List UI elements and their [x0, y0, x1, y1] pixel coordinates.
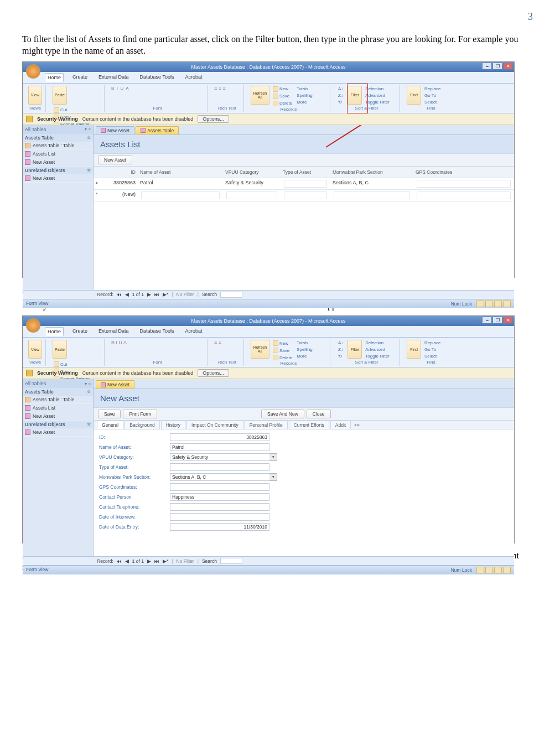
rec-next[interactable]: ▶ — [147, 292, 151, 297]
nav-item-new-asset[interactable]: New Asset — [23, 158, 93, 167]
view-icon-1[interactable] — [476, 301, 484, 307]
navgroup-unrelated[interactable]: Unrelated Objects☆ — [23, 421, 93, 428]
view-icon-1[interactable] — [476, 567, 484, 573]
list-row[interactable]: ▸ 38025863 Patrol Safety & Security Sect… — [94, 178, 514, 190]
date-entry-field[interactable]: 11/30/2010 — [170, 523, 269, 531]
gps-field[interactable] — [170, 483, 269, 491]
cell-name[interactable]: Patrol — [138, 179, 223, 188]
select-button[interactable]: Select — [423, 353, 442, 359]
cat-field[interactable]: Safety & Security — [170, 453, 269, 461]
cell-id[interactable]: 38025863 — [107, 179, 138, 188]
cell-gps[interactable] — [413, 179, 514, 188]
more-button[interactable]: More — [295, 353, 313, 359]
view-icon-4[interactable] — [503, 301, 511, 307]
totals-button[interactable]: Totals — [295, 340, 313, 346]
ribbon-tab-create[interactable]: Create — [70, 73, 90, 82]
spelling-button[interactable]: Spelling — [295, 92, 313, 99]
nav-item-new-asset[interactable]: New Asset — [23, 412, 93, 421]
ribbon-tab-create[interactable]: Create — [70, 327, 90, 336]
nav-item-assets-list[interactable]: Assets List — [23, 404, 93, 412]
totals-button[interactable]: Totals — [295, 86, 313, 92]
find-button[interactable]: Find — [407, 340, 421, 359]
more-button[interactable]: More — [295, 99, 313, 105]
formtab-general[interactable]: General — [97, 421, 123, 429]
new-record-button[interactable]: New — [272, 86, 293, 92]
selection-button[interactable]: Selection — [364, 340, 391, 346]
sort-desc-button[interactable]: Z↓ — [337, 346, 344, 353]
nav-item-assets-table[interactable]: Assets Table : Table — [23, 396, 93, 404]
ribbon-tab-home[interactable]: Home — [45, 327, 64, 336]
print-form-button[interactable]: Print Form — [123, 410, 157, 418]
col-sec[interactable]: Monwabisi Park Section — [330, 169, 413, 175]
ribbon-tab-home[interactable]: Home — [45, 73, 64, 82]
view-icon-4[interactable] — [503, 567, 511, 573]
col-gps[interactable]: GPS Coordinates — [413, 169, 514, 175]
navgroup-unrelated[interactable]: Unrelated Objects☆ — [23, 167, 93, 174]
formtab-profile[interactable]: Personal Profile — [245, 421, 288, 429]
doctab-new-asset[interactable]: New Asset — [96, 380, 134, 389]
view-button[interactable]: View — [28, 86, 42, 105]
paste-button[interactable]: Paste — [53, 86, 67, 105]
nav-item-new-asset-2[interactable]: New Asset — [23, 428, 93, 437]
cut-button[interactable]: Cut — [53, 361, 91, 367]
rec-first[interactable]: ⏮ — [117, 558, 122, 564]
formtab-efforts[interactable]: Current Efforts — [289, 421, 329, 429]
cell-type[interactable] — [281, 179, 330, 188]
view-button[interactable]: View — [28, 340, 42, 359]
navgroup-assets[interactable]: Assets Table☆ — [23, 134, 93, 142]
ribbon-tab-dbtools[interactable]: Database Tools — [138, 73, 177, 82]
col-type[interactable]: Type of Asset — [281, 169, 330, 175]
toggle-filter-button[interactable]: Toggle Filter — [364, 353, 391, 359]
rec-next[interactable]: ▶ — [147, 558, 151, 564]
secwarn-options-button[interactable]: Options... — [198, 115, 229, 123]
view-icon-3[interactable] — [494, 301, 502, 307]
rec-first[interactable]: ⏮ — [117, 292, 122, 297]
rec-prev[interactable]: ◀ — [125, 558, 129, 564]
tab-scroll-right-icon[interactable]: ◂ ▸ — [352, 422, 362, 427]
advanced-button[interactable]: Advanced — [364, 346, 391, 353]
office-button[interactable] — [26, 64, 40, 79]
nav-item-assets-table[interactable]: Assets Table : Table — [23, 142, 93, 150]
contact-telephone-field[interactable] — [170, 503, 269, 511]
rec-last[interactable]: ⏭ — [154, 558, 159, 564]
save-button[interactable]: Save — [98, 410, 121, 418]
toggle-filter-button[interactable]: Toggle Filter — [364, 99, 391, 105]
goto-button[interactable]: Go To — [423, 346, 442, 353]
col-cat[interactable]: VPUU Category — [223, 169, 281, 175]
advanced-button[interactable]: Advanced — [364, 92, 391, 99]
save-record-button[interactable]: Save — [272, 93, 293, 100]
doctab-assets-table[interactable]: Assets Table — [136, 126, 179, 134]
navpane-header[interactable]: All Tables▾ « — [23, 379, 93, 388]
spelling-button[interactable]: Spelling — [295, 346, 313, 353]
doctab-new-asset[interactable]: New Asset — [96, 126, 134, 134]
col-id[interactable]: ID — [107, 169, 138, 175]
name-field[interactable]: Patrol — [170, 443, 269, 451]
date-interview-field[interactable] — [170, 513, 269, 521]
replace-button[interactable]: Replace — [423, 340, 442, 346]
sort-desc-button[interactable]: Z↓ — [337, 92, 344, 99]
formtab-history[interactable]: History — [161, 421, 185, 429]
view-icon-2[interactable] — [485, 301, 493, 307]
ribbon-tab-external[interactable]: External Data — [96, 73, 131, 82]
ribbon-tab-acrobat[interactable]: Acrobat — [183, 327, 204, 336]
type-field[interactable] — [170, 463, 269, 471]
cell-cat[interactable]: Safety & Security — [223, 179, 281, 188]
navgroup-assets[interactable]: Assets Table☆ — [23, 388, 93, 396]
chevron-down-icon[interactable]: ▾ — [269, 453, 277, 461]
rec-nofilter[interactable]: No Filter — [177, 292, 194, 297]
filter-button[interactable]: Filter — [347, 340, 362, 359]
list-row-new[interactable]: * (New) — [94, 190, 514, 201]
cut-button[interactable]: Cut — [53, 107, 91, 113]
formtab-background[interactable]: Background — [125, 421, 159, 429]
rec-search-input[interactable] — [220, 292, 242, 298]
replace-button[interactable]: Replace — [423, 86, 442, 92]
nav-item-new-asset-2[interactable]: New Asset — [23, 174, 93, 183]
find-button[interactable]: Find — [407, 86, 421, 105]
refresh-all-button[interactable]: Refresh All — [251, 340, 269, 359]
id-field[interactable]: 38025863 — [170, 433, 269, 441]
save-and-new-button[interactable]: Save And New — [261, 410, 304, 418]
view-icon-3[interactable] — [494, 567, 502, 573]
secwarn-options-button[interactable]: Options... — [198, 369, 229, 377]
navpane-header[interactable]: All Tables▾ « — [23, 125, 93, 134]
cell-new-id[interactable]: (New) — [107, 191, 138, 200]
